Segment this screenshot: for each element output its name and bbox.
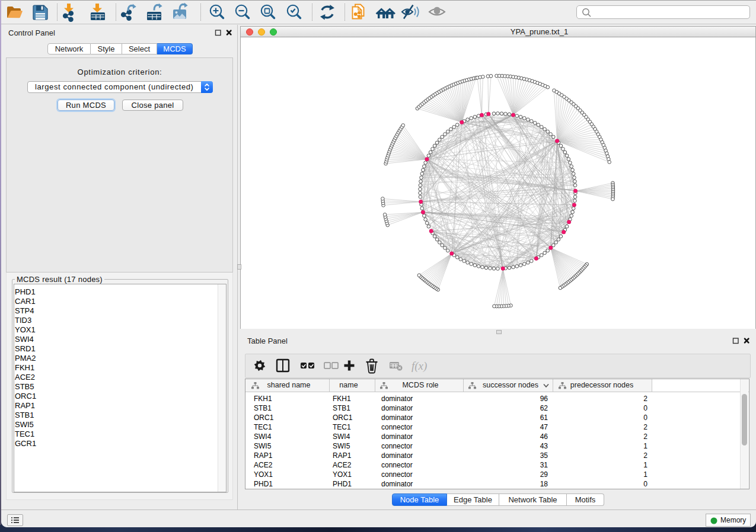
svg-text:f(x): f(x) — [412, 360, 427, 373]
